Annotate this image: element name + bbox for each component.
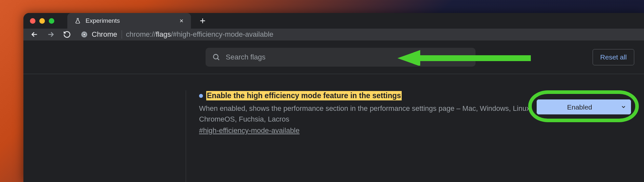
search-icon (212, 53, 221, 61)
close-tab-button[interactable] (178, 17, 185, 24)
titlebar: Experiments (23, 13, 644, 29)
close-window-button[interactable] (30, 18, 35, 24)
svg-point-3 (213, 54, 218, 59)
window-controls (30, 18, 54, 24)
address-bar[interactable]: Chrome chrome://flags/#high-efficiency-m… (77, 30, 639, 39)
reset-all-button[interactable]: Reset all (593, 49, 634, 65)
reload-button[interactable] (61, 29, 73, 40)
left-gutter (36, 90, 186, 182)
flag-title: Enable the high efficiency mode feature … (206, 91, 402, 100)
chrome-icon (81, 31, 88, 38)
flag-state-select[interactable]: Enabled (537, 99, 631, 114)
page-content: Reset all Enable the high efficiency mod… (23, 41, 644, 182)
flag-select-wrap: Enabled (537, 99, 631, 114)
forward-button[interactable] (45, 29, 57, 40)
flask-icon (74, 18, 81, 24)
flag-anchor-link[interactable]: #high-efficiency-mode-available (199, 126, 300, 135)
site-chip-label: Chrome (92, 30, 117, 39)
site-chip: Chrome (81, 30, 122, 39)
url-text: chrome://flags/#high-efficiency-mode-ava… (126, 30, 273, 39)
browser-window: Experiments Chrome chrome: (23, 13, 644, 182)
toolbar: Chrome chrome://flags/#high-efficiency-m… (23, 29, 644, 41)
status-dot-icon (199, 94, 203, 98)
svg-point-2 (83, 33, 85, 35)
search-input[interactable] (226, 53, 469, 61)
search-box[interactable] (206, 48, 476, 67)
new-tab-button[interactable] (197, 15, 208, 27)
flag-area: Enable the high efficiency mode feature … (23, 74, 644, 182)
browser-tab[interactable]: Experiments (67, 13, 191, 29)
tab-title: Experiments (86, 17, 120, 24)
flag-description: When enabled, shows the performance sect… (199, 103, 541, 124)
search-row: Reset all (23, 41, 644, 74)
maximize-window-button[interactable] (49, 18, 54, 24)
back-button[interactable] (29, 29, 40, 40)
minimize-window-button[interactable] (39, 18, 45, 24)
